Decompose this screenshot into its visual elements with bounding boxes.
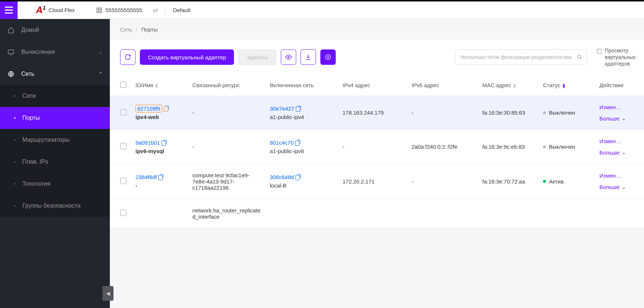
table-row: network:ha_router_replicated_interface: [110, 199, 644, 228]
sort-icon[interactable]: ▲▼: [155, 83, 159, 88]
sort-icon[interactable]: ▲▼: [513, 83, 517, 88]
cell-resource: -: [188, 96, 265, 130]
select-all-checkbox[interactable]: [120, 81, 127, 88]
copy-icon[interactable]: [164, 107, 168, 112]
cell-mac: [478, 199, 539, 228]
cell-net: [265, 199, 338, 228]
cell-mac: fa:16:3e:70:72:aa: [478, 164, 539, 199]
copy-icon[interactable]: [161, 141, 166, 146]
sidebar-sub-networks[interactable]: Сети: [0, 85, 110, 107]
sidebar-collapse-button[interactable]: ◀: [103, 286, 113, 301]
sidebar-sub-secgroups[interactable]: Группы безопасности: [0, 195, 110, 217]
more-link[interactable]: Больше: [599, 149, 640, 156]
cell-resource: -: [188, 130, 265, 164]
row-checkbox[interactable]: [120, 209, 127, 216]
col-net: Включенная сеть: [265, 75, 338, 96]
copy-icon[interactable]: [296, 107, 300, 112]
sort-icon[interactable]: ▲▼: [562, 83, 566, 88]
row-checkbox[interactable]: [120, 178, 127, 184]
ports-table: ID/Имя▲▼ Связанный ресурс Включенная сет…: [110, 75, 644, 228]
status-text: Выключен: [549, 144, 575, 150]
menu-toggle-button[interactable]: [0, 1, 18, 19]
cell-action: Измен…Больше: [595, 96, 644, 130]
port-name: ipv4-web: [135, 114, 183, 120]
copy-icon[interactable]: [295, 175, 300, 180]
copy-icon[interactable]: [295, 141, 299, 146]
cell-action: Измен…Больше: [595, 164, 644, 199]
topbar: A1 Cloud Flex 555555555555 ⇄ Default: [0, 1, 644, 19]
col-resource: Связанный ресурс: [188, 75, 265, 96]
sidebar-label: Сеть: [21, 71, 34, 77]
breadcrumb-root[interactable]: Сеть: [120, 26, 132, 33]
cell-ipv6: -: [407, 164, 478, 199]
col-status: Статус▲▼: [539, 75, 595, 96]
pause-button[interactable]: [320, 49, 336, 65]
row-checkbox[interactable]: [120, 143, 127, 149]
view-toggle-label: Просмотр виртуальных адаптеров: [605, 47, 636, 67]
copy-icon[interactable]: [158, 175, 163, 180]
cell-status: Выключен: [539, 130, 595, 164]
logo[interactable]: A1 Cloud Flex: [36, 4, 75, 16]
breadcrumb-current: Порты: [141, 26, 158, 33]
status-dot: [543, 180, 546, 183]
cell-status: Выключен: [539, 96, 595, 130]
sidebar-item-home[interactable]: Домой: [0, 19, 110, 41]
download-button[interactable]: [301, 49, 316, 65]
cell-id: 627109f9 ipv4-web: [131, 96, 188, 130]
main-content: Сеть / Порты Создать виртуальный адаптер…: [110, 19, 644, 308]
sidebar-item-network[interactable]: Сеть ⌃: [0, 63, 110, 85]
edit-link[interactable]: Измен…: [599, 104, 640, 110]
svg-line-9: [581, 58, 582, 59]
cell-ipv6: 2a0a:f240:0:2::f2fe: [407, 130, 478, 164]
status-dot: [543, 111, 546, 114]
status-text: Актив.: [549, 178, 565, 185]
port-id-link[interactable]: 2384f8df: [135, 174, 157, 180]
more-link[interactable]: Больше: [599, 115, 640, 122]
port-id-link[interactable]: 9a091b01: [135, 140, 160, 146]
table-row: 2384f8df - compute:test 9cfac1e9-7e8e-4a…: [110, 164, 644, 199]
cell-resource: compute:test 9cfac1e9-7e8e-4a13-9d17-c17…: [188, 164, 265, 199]
refresh-button[interactable]: [120, 49, 135, 65]
edit-link[interactable]: Измен…: [599, 172, 640, 179]
view-button[interactable]: [281, 49, 296, 65]
account-id: 555555555555: [105, 7, 142, 13]
port-id-link[interactable]: 627109f9: [135, 105, 162, 112]
sidebar-sub-routers[interactable]: Маршрутизаторы: [0, 129, 110, 151]
cell-action: [595, 199, 644, 228]
row-checkbox[interactable]: [120, 109, 127, 115]
table-row: 9a091b01 ipv6-mysql - 801c4c70a1-public-…: [110, 130, 644, 164]
cell-id: 2384f8df -: [131, 164, 188, 199]
create-button[interactable]: Создать виртуальный адаптер: [140, 49, 234, 65]
grid-icon: [97, 8, 102, 13]
breadcrumb-sep: /: [136, 26, 138, 33]
net-id-link[interactable]: 306c648d: [270, 174, 294, 180]
col-id: ID/Имя▲▼: [131, 75, 188, 96]
project-selector[interactable]: Default: [173, 7, 190, 13]
more-link[interactable]: Больше: [599, 184, 640, 190]
view-toggle-checkbox[interactable]: [597, 48, 602, 55]
col-action: Действие: [595, 75, 644, 96]
cell-net: 30e7e427a1-public-ipv4: [265, 96, 338, 130]
sidebar-item-compute[interactable]: Вычисления ⌄: [0, 41, 110, 63]
sidebar-submenu-network: Сети Порты Маршрутизаторы Плав. IPs Топо…: [0, 85, 110, 217]
table-row: 627109f9 ipv4-web - 30e7e427a1-public-ip…: [110, 96, 644, 130]
search-input[interactable]: [455, 49, 587, 65]
col-ipv6: IPv6 адрес: [407, 75, 478, 96]
cell-ipv4: -: [338, 130, 407, 164]
sidebar-sub-floating[interactable]: Плав. IPs: [0, 151, 110, 173]
monitor-icon: [7, 49, 15, 55]
sidebar-sub-topology[interactable]: Топология: [0, 173, 110, 195]
account-selector[interactable]: 555555555555 ⇄: [97, 7, 158, 14]
brand-text: Cloud Flex: [49, 7, 75, 13]
sidebar-sub-ports[interactable]: Порты: [0, 107, 110, 129]
net-id-link[interactable]: 30e7e427: [270, 105, 294, 112]
cell-resource: network:ha_router_replicated_interface: [188, 199, 265, 228]
net-name: a1-public-ipv6: [270, 148, 334, 154]
net-id-link[interactable]: 801c4c70: [270, 140, 294, 146]
svg-point-5: [325, 55, 330, 60]
col-mac: MAC адрес▲▼: [478, 75, 539, 96]
edit-link[interactable]: Измен…: [599, 138, 640, 144]
svg-point-4: [287, 56, 289, 58]
globe-icon: [7, 71, 15, 77]
view-toggle[interactable]: Просмотр виртуальных адаптеров: [597, 47, 634, 67]
